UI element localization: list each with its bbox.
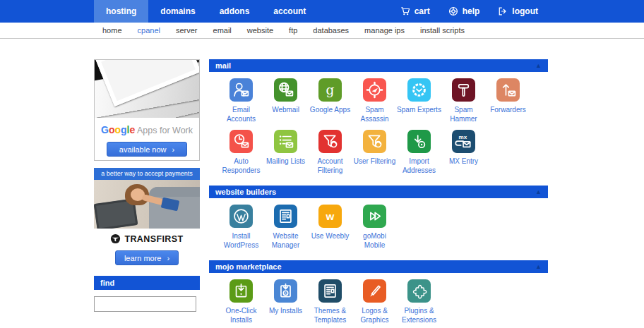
section-website-builders: website builders▲Install WordPressWebsit… [209,186,548,253]
collapse-arrow-icon[interactable]: ▲ [535,264,542,270]
tool-mx-entry[interactable]: mxMX Entry [441,126,486,175]
icon-grid: One-Click InstallsMy InstallsThemes & Te… [209,273,548,327]
document-icon [274,205,297,228]
transfirst-brand-text: TRANSFIRST [124,234,183,244]
tool-auto-responders[interactable]: Auto Responders [219,126,263,175]
logout-button[interactable]: logout [498,6,538,16]
tool-label: User Filtering [352,157,397,166]
tool-label: Forwarders [486,105,530,114]
available-now-button[interactable]: available now › [107,142,187,157]
top-nav-tab-addons[interactable]: addons [208,0,262,23]
subnav-item-cpanel[interactable]: cpanel [130,26,168,35]
circle-install-icon [274,279,297,303]
transfirst-ad[interactable]: a better way to accept payments TRANSFIR… [94,168,200,265]
section-mojo-marketplace: mojo marketplace▲One-Click InstallsMy In… [209,260,548,327]
target-icon [365,80,384,99]
wordpress-icon [232,207,251,226]
funnel-user-icon [365,132,384,151]
transfirst-logo-icon [110,233,121,244]
arrow-up-mail-icon [499,80,518,99]
puzzle-icon [410,281,429,300]
tool-label: goMobi Mobile [352,231,397,250]
help-button[interactable]: help [448,6,480,16]
google-g-icon: g [321,80,340,99]
top-nav-tab-domains[interactable]: domains [148,0,207,23]
tool-label: Google Apps [308,105,352,114]
svg-text:mx: mx [459,134,467,140]
wordpress-icon [229,205,253,228]
learn-more-button[interactable]: learn more › [115,250,179,265]
tool-import-addresses[interactable]: Import Addresses [397,126,441,175]
tool-label: Logos & Graphics [352,306,397,324]
top-nav-tab-hosting[interactable]: hosting [94,0,148,23]
tool-label: Install WordPress [219,231,263,250]
icon-grid: Install WordPressWebsite ManagerwUse Wee… [209,198,548,253]
collapse-arrow-icon[interactable]: ▲ [535,189,542,195]
tool-forwarders[interactable]: Forwarders [486,75,530,123]
tool-email-accounts[interactable]: Email Accounts [219,75,263,123]
tool-my-installs[interactable]: My Installs [263,276,308,324]
icon-grid: Email AccountsWebmailgGoogle AppsSpam As… [209,72,548,178]
tool-use-weebly[interactable]: wUse Weebly [308,201,352,250]
google-ad-image [95,60,199,118]
find-panel: find [94,276,200,312]
top-nav-tab-account[interactable]: account [261,0,318,23]
pencil-icon [363,279,386,303]
find-panel-title: find [94,276,200,290]
tool-spam-experts[interactable]: Spam Experts [397,75,441,123]
tool-website-manager[interactable]: Website Manager [263,201,308,250]
person-mail-icon [232,80,251,99]
transfirst-logo: TRANSFIRST [94,233,200,244]
subnav-item-ftp[interactable]: ftp [281,26,305,35]
tool-label: Account Filtering [308,157,352,175]
collapse-arrow-icon[interactable]: ▲ [535,63,542,69]
hammer-icon [452,78,475,102]
subnav-item-manage-ips[interactable]: manage ips [357,26,412,35]
subnav-item-website[interactable]: website [239,26,281,35]
subnav-item-email[interactable]: email [205,26,239,35]
funnel-user-icon [318,130,342,153]
globe-mail-icon [274,78,297,102]
google-g-icon: g [318,78,342,102]
section-header-mail[interactable]: mail▲ [209,59,548,72]
tool-account-filtering[interactable]: Account Filtering [308,126,352,175]
arrow-down-user-icon [410,132,429,151]
subnav-item-install-scripts[interactable]: install scripts [412,26,472,35]
tool-webmail[interactable]: Webmail [263,75,308,123]
google-logo: Google [101,126,135,135]
tool-label: Plugins & Extensions [397,306,441,324]
tool-logos-graphics[interactable]: Logos & Graphics [352,276,397,324]
tool-spam-assassin[interactable]: Spam Assassin [352,75,397,123]
google-apps-ad[interactable]: Google Apps for Work available now › [94,59,200,161]
mx-mail-icon: mx [452,130,475,153]
person-mail-icon [229,78,253,102]
find-input[interactable] [94,296,196,312]
cart-button[interactable]: cart [400,6,430,16]
tool-label: Website Manager [263,231,308,250]
subnav-item-databases[interactable]: databases [305,26,357,35]
section-header-website-builders[interactable]: website builders▲ [209,186,548,198]
box-install-icon [232,281,251,300]
tool-install-wordpress[interactable]: Install WordPress [219,201,263,250]
mx-mail-icon: mx [454,132,473,151]
subnav-item-home[interactable]: home [95,26,130,35]
tool-themes-templates[interactable]: Themes & Templates [308,276,352,324]
tool-mailing-lists[interactable]: Mailing Lists [263,126,308,175]
svg-text:g: g [326,83,335,97]
logout-icon [498,6,508,16]
clock-ring-icon [410,80,429,99]
subnav-item-server[interactable]: server [168,26,205,35]
tool-gomobi-mobile[interactable]: goMobi Mobile [352,201,397,250]
weebly-w-icon: w [321,207,340,226]
section-header-mojo-marketplace[interactable]: mojo marketplace▲ [209,260,548,273]
tool-user-filtering[interactable]: User Filtering [352,126,397,175]
tool-google-apps[interactable]: gGoogle Apps [308,75,352,123]
transfirst-ad-image [94,180,200,229]
tool-label: My Installs [263,306,308,315]
tool-spam-hammer[interactable]: Spam Hammer [441,75,486,123]
tool-label: Spam Assassin [352,105,397,123]
globe-mail-icon [276,80,295,99]
tool-one-click-installs[interactable]: One-Click Installs [219,276,263,324]
tool-plugins-extensions[interactable]: Plugins & Extensions [397,276,441,324]
section-mail: mail▲Email AccountsWebmailgGoogle AppsSp… [209,59,548,178]
